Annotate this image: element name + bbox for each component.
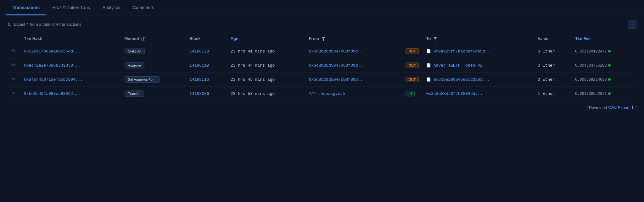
eye-icon[interactable]: 👁	[11, 63, 16, 68]
direction-badge: IN	[406, 91, 415, 96]
block-cell: 14188119	[186, 58, 227, 73]
green-dot	[608, 78, 611, 81]
svg-marker-1	[433, 37, 437, 41]
transactions-table: Txn Hash Method i Block Age From To Valu…	[8, 33, 636, 101]
summary-text: ⇅ Latest 4 from a total of 4 transaction…	[8, 22, 81, 27]
to-cell: 0x3c8b28d5047b88f89d...	[423, 87, 534, 101]
tab-erc721[interactable]: Erc721 Token Txns	[46, 0, 96, 15]
green-dot	[608, 50, 611, 52]
tab-comments[interactable]: Comments	[126, 0, 160, 15]
age-text: 23 hrs 53 mins ago	[231, 91, 275, 96]
value-cell: 0 Ether	[534, 44, 571, 58]
from-filter-icon[interactable]	[322, 37, 325, 41]
txn-hash-cell: 0xec72a2e78a68339330...	[20, 58, 121, 73]
to-cell: 📄Aave: aWETH Token V2	[423, 58, 534, 73]
direction-cell: OUT	[402, 44, 422, 58]
age-cell: 23 hrs 53 mins ago	[227, 87, 305, 101]
green-dot	[608, 64, 611, 67]
to-link[interactable]: 0x9a925f57bacdef5ca5d...	[434, 49, 492, 54]
age-cell: 23 hrs 41 mins ago	[227, 44, 305, 58]
svg-marker-0	[322, 37, 325, 41]
value-text: 0 Ether	[538, 77, 555, 82]
age-text: 23 hrs 41 mins ago	[231, 49, 275, 54]
to-cell: 📄0x9a925f57bacdef5ca5d...	[423, 44, 534, 58]
method-cell: Set Approval For...	[121, 73, 186, 87]
from-cell: 0x3c8b28d5047b88f89d...	[305, 73, 402, 87]
txn-hash-link[interactable]: 0x526c17b06a2e9656dd...	[24, 49, 80, 54]
age-cell: 23 hrs 45 mins ago	[227, 73, 305, 87]
col-header-block: Block	[186, 33, 227, 44]
col-header-age: Age	[227, 33, 305, 44]
col-header-to: To	[423, 33, 534, 44]
method-badge: Approve	[125, 62, 144, 68]
csv-bar: [ Download CSV Export ⬇ ]	[0, 101, 644, 114]
col-header-empty	[8, 33, 20, 44]
method-badge: Transfer	[125, 90, 144, 97]
csv-export-link[interactable]: CSV Export	[608, 105, 630, 110]
value-cell: 1 Ether	[534, 87, 571, 101]
table-row: 👁0x526c17b06a2e9656dd...Stake All1418812…	[8, 44, 636, 58]
contract-icon: 📄	[426, 63, 431, 68]
from-cell: 0x3c8b28d5047b88f89d...	[305, 44, 402, 58]
col-header-method: Method i	[121, 33, 186, 44]
direction-badge: OUT	[406, 48, 418, 54]
fee-text: 0.004303755208	[575, 63, 607, 68]
to-link[interactable]: Aave: aWETH Token V2	[434, 63, 483, 68]
col-header-txn-fee: Txn Fee	[571, 33, 636, 44]
from-link[interactable]: 0x3c8b28d5047b88f89d...	[309, 63, 365, 68]
fee-cell: 0.022109122477	[571, 44, 636, 58]
fee-text: 0.022109122477	[575, 49, 607, 54]
txn-hash-link[interactable]: 0xafaf45871d0725b7b94...	[24, 77, 83, 82]
block-cell: 14188116	[186, 73, 227, 87]
direction-badge: OUT	[406, 63, 418, 68]
method-cell: Stake All	[121, 44, 186, 58]
table-row: 👁0xbb0c491c088ea88022...Transfer14188086…	[8, 87, 636, 101]
table-header: Txn Hash Method i Block Age From To Valu…	[8, 33, 636, 44]
value-text: 0 Ether	[538, 63, 555, 68]
txn-hash-link[interactable]: 0xec72a2e78a68339330...	[24, 63, 80, 68]
eye-icon[interactable]: 👁	[11, 49, 16, 54]
csv-prefix: [ Download	[587, 105, 607, 110]
tab-bar: Transactions Erc721 Token Txns Analytics…	[0, 0, 644, 15]
fee-text: 0.003659224033	[575, 78, 607, 82]
method-info-icon[interactable]: i	[141, 37, 145, 41]
txn-hash-cell: 0x526c17b06a2e9656dd...	[20, 44, 121, 58]
row-eye-cell: 👁	[8, 44, 20, 58]
tab-analytics[interactable]: Analytics	[96, 0, 126, 15]
method-cell: Approve	[121, 58, 186, 73]
from-link[interactable]: 0x3c8b28d5047b88f89d...	[309, 77, 365, 82]
col-header-txn-hash: Txn Hash	[20, 33, 121, 44]
eye-icon[interactable]: 👁	[11, 77, 16, 82]
table-row: 👁0xafaf45871d0725b7b94...Set Approval Fo…	[8, 73, 636, 87]
more-options-button[interactable]: ⋮	[628, 20, 636, 29]
block-link[interactable]: 14188129	[189, 49, 209, 54]
to-link[interactable]: 0x609e209846e3cd2363...	[434, 77, 490, 82]
txn-hash-link[interactable]: 0xbb0c491c088ea88022...	[24, 91, 80, 96]
method-cell: Transfer	[121, 87, 186, 101]
direction-cell: OUT	[402, 73, 422, 87]
method-badge: Set Approval For...	[125, 76, 160, 83]
row-eye-cell: 👁	[8, 87, 20, 101]
fee-cell: 0.004303755208	[571, 58, 636, 73]
fee-cell: 0.001738952021	[571, 87, 636, 101]
to-filter-icon[interactable]	[433, 37, 437, 41]
summary-bar: ⇅ Latest 4 from a total of 4 transaction…	[0, 15, 644, 33]
contract-icon: 📄	[426, 49, 431, 54]
block-link[interactable]: 14188086	[189, 91, 209, 96]
eye-icon[interactable]: 👁	[11, 91, 16, 96]
block-link[interactable]: 14188119	[189, 63, 209, 68]
from-link[interactable]: 0x3c8b28d5047b88f89d...	[309, 49, 365, 54]
txn-hash-cell: 0xafaf45871d0725b7b94...	[20, 73, 121, 87]
value-cell: 0 Ether	[534, 58, 571, 73]
from-link[interactable]: thomasg.eth	[318, 91, 345, 96]
tab-transactions[interactable]: Transactions	[6, 0, 46, 15]
value-text: 1 Ether	[538, 91, 555, 96]
block-cell: 14188086	[186, 87, 227, 101]
to-cell: 📄0x609e209846e3cd2363...	[423, 73, 534, 87]
col-header-direction	[402, 33, 422, 44]
value-cell: 0 Ether	[534, 73, 571, 87]
value-text: 0 Ether	[538, 49, 555, 54]
block-link[interactable]: 14188116	[189, 77, 209, 82]
to-link[interactable]: 0x3c8b28d5047b88f89d...	[426, 91, 483, 96]
direction-badge: OUT	[406, 77, 418, 82]
